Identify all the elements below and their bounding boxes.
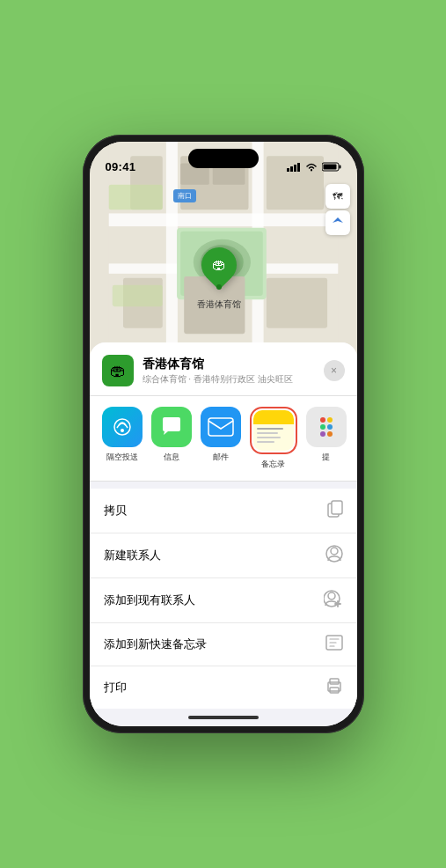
location-marker: 🏟 香港体育馆 (197, 247, 241, 311)
svg-rect-23 (266, 278, 326, 328)
phone-screen: 09:41 (90, 142, 357, 726)
share-item-airdrop[interactable]: 隔空投送 (102, 407, 143, 470)
quick-note-icon (325, 635, 343, 654)
print-icon (325, 678, 343, 697)
new-contact-label: 新建联系人 (104, 548, 161, 563)
svg-rect-38 (330, 679, 339, 684)
new-contact-icon (325, 545, 343, 566)
action-print[interactable]: 打印 (90, 666, 357, 709)
more-label: 提 (322, 452, 330, 463)
more-icon (306, 407, 347, 447)
airdrop-icon (102, 407, 143, 447)
svg-point-27 (114, 419, 130, 435)
svg-rect-31 (332, 501, 342, 514)
wifi-icon (305, 163, 318, 173)
mail-label: 邮件 (213, 452, 229, 463)
share-row: 隔空投送 信息 邮件 (90, 396, 357, 482)
svg-point-28 (121, 429, 124, 432)
action-quick-note[interactable]: 添加到新快速备忘录 (90, 623, 357, 666)
venue-desc: 综合体育馆 · 香港特别行政区 油尖旺区 (143, 373, 315, 386)
print-label: 打印 (104, 680, 127, 695)
svg-rect-6 (339, 166, 340, 169)
dynamic-island (188, 149, 259, 168)
venue-icon: 🏟 (102, 355, 134, 386)
svg-rect-25 (108, 185, 162, 210)
svg-rect-39 (330, 688, 339, 693)
svg-rect-29 (208, 418, 233, 436)
south-entrance-label: 南口 (173, 189, 196, 202)
status-icons (287, 162, 341, 173)
share-item-messages[interactable]: 信息 (151, 407, 192, 470)
notes-icon (253, 410, 294, 451)
svg-rect-7 (323, 165, 336, 170)
map-controls[interactable]: 🗺 (325, 184, 350, 237)
svg-point-4 (311, 169, 312, 171)
messages-icon (151, 407, 192, 447)
messages-label: 信息 (164, 452, 179, 463)
notes-highlight-border (250, 407, 297, 454)
action-copy[interactable]: 拷贝 (90, 489, 357, 533)
home-bar (188, 716, 259, 719)
svg-point-32 (331, 548, 338, 555)
share-item-more[interactable]: 提 (306, 407, 347, 470)
svg-rect-0 (287, 168, 289, 172)
venue-info: 香港体育馆 综合体育馆 · 香港特别行政区 油尖旺区 (143, 357, 315, 386)
mail-icon (201, 407, 241, 447)
svg-rect-3 (297, 163, 300, 172)
status-time: 09:41 (106, 160, 136, 173)
svg-rect-2 (294, 165, 296, 172)
copy-label: 拷贝 (104, 503, 127, 519)
airdrop-label: 隔空投送 (106, 452, 138, 463)
close-button[interactable]: × (324, 360, 345, 381)
home-indicator (90, 709, 357, 726)
more-dots-grid (320, 417, 333, 437)
location-button[interactable] (325, 210, 350, 235)
phone-frame: 09:41 (83, 135, 364, 733)
map-type-button[interactable]: 🗺 (325, 184, 350, 209)
svg-rect-9 (108, 213, 338, 226)
marker-label: 香港体育馆 (197, 298, 241, 311)
action-new-contact[interactable]: 新建联系人 (90, 533, 357, 578)
signal-icon (287, 163, 301, 173)
copy-icon (327, 500, 343, 521)
svg-rect-26 (112, 285, 162, 306)
battery-icon (322, 162, 341, 173)
share-item-mail[interactable]: 邮件 (201, 407, 241, 470)
svg-rect-1 (290, 166, 293, 172)
add-existing-label: 添加到现有联系人 (104, 592, 195, 608)
venue-name: 香港体育馆 (143, 357, 315, 372)
quick-note-label: 添加到新快速备忘录 (104, 636, 207, 652)
action-list: 拷贝 新建联系人 添加到现有联系人 (90, 489, 357, 709)
add-contact-icon (324, 590, 343, 611)
bottom-sheet: 🏟 香港体育馆 综合体育馆 · 香港特别行政区 油尖旺区 × 隔空投送 (90, 342, 357, 726)
svg-point-34 (328, 592, 335, 600)
notes-label: 备忘录 (261, 459, 285, 470)
sheet-header: 🏟 香港体育馆 综合体育馆 · 香港特别行政区 油尖旺区 × (90, 342, 357, 396)
action-add-existing-contact[interactable]: 添加到现有联系人 (90, 578, 357, 623)
share-item-notes[interactable]: 备忘录 (250, 407, 297, 470)
